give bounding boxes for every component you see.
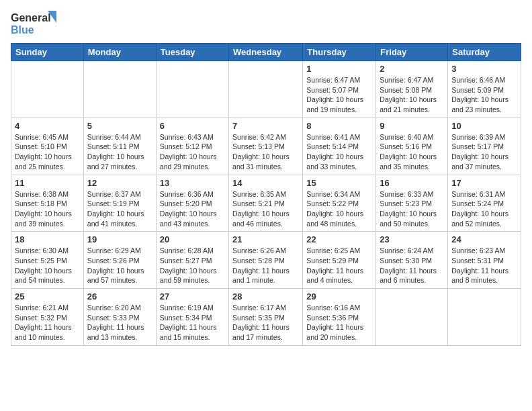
day-info: Sunrise: 6:31 AM Sunset: 5:24 PM Dayligh… (451, 189, 517, 229)
day-number: 21 (232, 234, 299, 244)
weekday-header-sunday: Sunday (11, 44, 84, 61)
weekday-header-tuesday: Tuesday (156, 44, 228, 61)
day-info: Sunrise: 6:45 AM Sunset: 5:10 PM Dayligh… (15, 132, 80, 172)
logo-svg: GeneralBlue (11, 11, 58, 38)
calendar-cell: 22Sunrise: 6:25 AM Sunset: 5:29 PM Dayli… (303, 232, 376, 289)
day-info: Sunrise: 6:37 AM Sunset: 5:19 PM Dayligh… (87, 189, 152, 229)
day-info: Sunrise: 6:36 AM Sunset: 5:20 PM Dayligh… (160, 189, 225, 229)
day-info: Sunrise: 6:43 AM Sunset: 5:12 PM Dayligh… (160, 132, 225, 172)
day-info: Sunrise: 6:35 AM Sunset: 5:21 PM Dayligh… (232, 189, 299, 229)
day-number: 26 (87, 291, 152, 302)
calendar-cell (376, 289, 448, 346)
weekday-header-friday: Friday (376, 44, 448, 61)
day-number: 28 (232, 291, 299, 302)
calendar-cell: 2Sunrise: 6:47 AM Sunset: 5:08 PM Daylig… (376, 61, 448, 118)
calendar-cell: 18Sunrise: 6:30 AM Sunset: 5:25 PM Dayli… (11, 232, 84, 289)
day-number: 7 (232, 121, 299, 131)
calendar-cell: 28Sunrise: 6:17 AM Sunset: 5:35 PM Dayli… (229, 289, 303, 346)
calendar-cell (11, 61, 84, 118)
calendar-cell: 17Sunrise: 6:31 AM Sunset: 5:24 PM Dayli… (448, 175, 521, 232)
day-info: Sunrise: 6:20 AM Sunset: 5:33 PM Dayligh… (87, 303, 152, 342)
day-number: 27 (160, 291, 225, 302)
day-number: 24 (451, 234, 517, 244)
day-number: 14 (232, 178, 299, 188)
day-number: 2 (380, 64, 444, 74)
calendar-week-row: 4Sunrise: 6:45 AM Sunset: 5:10 PM Daylig… (11, 118, 521, 175)
header: GeneralBlue (11, 11, 521, 38)
day-info: Sunrise: 6:21 AM Sunset: 5:32 PM Dayligh… (15, 303, 80, 342)
day-info: Sunrise: 6:42 AM Sunset: 5:13 PM Dayligh… (232, 132, 299, 172)
day-info: Sunrise: 6:34 AM Sunset: 5:22 PM Dayligh… (306, 189, 372, 229)
page-container: GeneralBlue SundayMondayTuesdayWednesday… (0, 0, 532, 351)
day-number: 6 (160, 121, 225, 131)
calendar-cell: 14Sunrise: 6:35 AM Sunset: 5:21 PM Dayli… (229, 175, 303, 232)
day-number: 25 (15, 291, 80, 302)
weekday-header-thursday: Thursday (303, 44, 376, 61)
logo: GeneralBlue (11, 11, 58, 38)
day-info: Sunrise: 6:26 AM Sunset: 5:28 PM Dayligh… (232, 246, 299, 285)
svg-text:Blue: Blue (11, 24, 34, 36)
calendar-cell: 21Sunrise: 6:26 AM Sunset: 5:28 PM Dayli… (229, 232, 303, 289)
day-info: Sunrise: 6:23 AM Sunset: 5:31 PM Dayligh… (451, 246, 517, 285)
day-number: 1 (306, 64, 372, 74)
day-number: 15 (306, 178, 372, 188)
day-info: Sunrise: 6:33 AM Sunset: 5:23 PM Dayligh… (380, 189, 444, 229)
calendar-cell: 29Sunrise: 6:16 AM Sunset: 5:36 PM Dayli… (303, 289, 376, 346)
day-number: 4 (15, 121, 80, 131)
day-info: Sunrise: 6:39 AM Sunset: 5:17 PM Dayligh… (451, 132, 517, 172)
day-number: 12 (87, 178, 152, 188)
calendar-cell: 1Sunrise: 6:47 AM Sunset: 5:07 PM Daylig… (303, 61, 376, 118)
calendar-cell (156, 61, 228, 118)
calendar-cell: 6Sunrise: 6:43 AM Sunset: 5:12 PM Daylig… (156, 118, 228, 175)
calendar-cell: 9Sunrise: 6:40 AM Sunset: 5:16 PM Daylig… (376, 118, 448, 175)
calendar-cell (448, 289, 521, 346)
day-number: 17 (451, 178, 517, 188)
day-number: 20 (160, 234, 225, 244)
weekday-header-monday: Monday (83, 44, 156, 61)
day-info: Sunrise: 6:29 AM Sunset: 5:26 PM Dayligh… (87, 246, 152, 285)
day-info: Sunrise: 6:30 AM Sunset: 5:25 PM Dayligh… (15, 246, 80, 285)
calendar-cell: 24Sunrise: 6:23 AM Sunset: 5:31 PM Dayli… (448, 232, 521, 289)
calendar-cell: 12Sunrise: 6:37 AM Sunset: 5:19 PM Dayli… (83, 175, 156, 232)
day-number: 11 (15, 178, 80, 188)
day-number: 19 (87, 234, 152, 244)
calendar-cell: 19Sunrise: 6:29 AM Sunset: 5:26 PM Dayli… (83, 232, 156, 289)
day-number: 9 (380, 121, 444, 131)
calendar-cell: 13Sunrise: 6:36 AM Sunset: 5:20 PM Dayli… (156, 175, 228, 232)
calendar-cell: 5Sunrise: 6:44 AM Sunset: 5:11 PM Daylig… (83, 118, 156, 175)
day-info: Sunrise: 6:24 AM Sunset: 5:30 PM Dayligh… (380, 246, 444, 285)
day-number: 13 (160, 178, 225, 188)
day-number: 16 (380, 178, 444, 188)
day-info: Sunrise: 6:41 AM Sunset: 5:14 PM Dayligh… (306, 132, 372, 172)
calendar-week-row: 1Sunrise: 6:47 AM Sunset: 5:07 PM Daylig… (11, 61, 521, 118)
day-info: Sunrise: 6:47 AM Sunset: 5:08 PM Dayligh… (380, 75, 444, 115)
day-info: Sunrise: 6:38 AM Sunset: 5:18 PM Dayligh… (15, 189, 80, 229)
weekday-header-wednesday: Wednesday (229, 44, 303, 61)
day-number: 10 (451, 121, 517, 131)
day-info: Sunrise: 6:46 AM Sunset: 5:09 PM Dayligh… (451, 75, 517, 115)
calendar-cell: 10Sunrise: 6:39 AM Sunset: 5:17 PM Dayli… (448, 118, 521, 175)
day-info: Sunrise: 6:40 AM Sunset: 5:16 PM Dayligh… (380, 132, 444, 172)
calendar: SundayMondayTuesdayWednesdayThursdayFrid… (11, 43, 521, 346)
calendar-header-row: SundayMondayTuesdayWednesdayThursdayFrid… (11, 44, 521, 61)
weekday-header-saturday: Saturday (448, 44, 521, 61)
day-number: 23 (380, 234, 444, 244)
calendar-cell (83, 61, 156, 118)
day-info: Sunrise: 6:44 AM Sunset: 5:11 PM Dayligh… (87, 132, 152, 172)
day-number: 8 (306, 121, 372, 131)
day-number: 3 (451, 64, 517, 74)
day-info: Sunrise: 6:47 AM Sunset: 5:07 PM Dayligh… (306, 75, 372, 115)
day-info: Sunrise: 6:16 AM Sunset: 5:36 PM Dayligh… (306, 303, 372, 342)
calendar-cell: 16Sunrise: 6:33 AM Sunset: 5:23 PM Dayli… (376, 175, 448, 232)
calendar-cell: 4Sunrise: 6:45 AM Sunset: 5:10 PM Daylig… (11, 118, 84, 175)
calendar-cell: 26Sunrise: 6:20 AM Sunset: 5:33 PM Dayli… (83, 289, 156, 346)
calendar-week-row: 18Sunrise: 6:30 AM Sunset: 5:25 PM Dayli… (11, 232, 521, 289)
day-number: 5 (87, 121, 152, 131)
calendar-cell (229, 61, 303, 118)
calendar-cell: 20Sunrise: 6:28 AM Sunset: 5:27 PM Dayli… (156, 232, 228, 289)
day-number: 29 (306, 291, 372, 302)
day-info: Sunrise: 6:19 AM Sunset: 5:34 PM Dayligh… (160, 303, 225, 342)
calendar-cell: 8Sunrise: 6:41 AM Sunset: 5:14 PM Daylig… (303, 118, 376, 175)
calendar-cell: 3Sunrise: 6:46 AM Sunset: 5:09 PM Daylig… (448, 61, 521, 118)
calendar-week-row: 11Sunrise: 6:38 AM Sunset: 5:18 PM Dayli… (11, 175, 521, 232)
